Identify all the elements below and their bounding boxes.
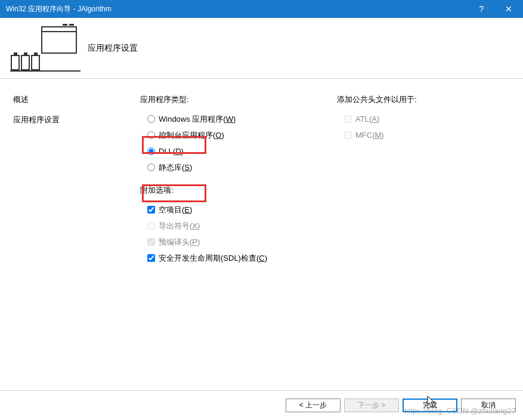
checkbox-sdl-check[interactable]	[147, 254, 155, 262]
svg-rect-9	[34, 52, 38, 55]
close-button[interactable]: ✕	[495, 0, 522, 18]
sidebar: 概述 应用程序设置	[0, 79, 140, 390]
checkbox-empty-project[interactable]	[147, 206, 155, 214]
radio-static-lib[interactable]	[147, 163, 155, 171]
label-atl: ATL(A)	[355, 115, 379, 123]
svg-rect-6	[21, 55, 29, 70]
option-export-symbols: 导出符号(X)	[140, 218, 337, 234]
banner-title: 应用程序设置	[88, 43, 138, 54]
svg-rect-1	[42, 27, 76, 32]
prev-button[interactable]: < 上一步	[286, 399, 341, 412]
svg-rect-3	[69, 24, 74, 26]
footer: < 上一步 下一步 > 完成 取消 https://blog. CSDN @zh…	[0, 390, 523, 420]
label-static-lib: 静态库(S)	[159, 162, 192, 173]
col-app-type: 应用程序类型: Windows 应用程序(W) 控制台应用程序(O) DLL(D…	[140, 94, 337, 390]
option-mfc: MFC(M)	[337, 127, 523, 143]
sidebar-item-app-settings[interactable]: 应用程序设置	[13, 115, 140, 125]
svg-rect-2	[63, 24, 67, 26]
label-dll: DLL(D)	[159, 147, 184, 156]
label-export-symbols: 导出符号(X)	[159, 221, 200, 231]
svg-rect-5	[14, 52, 17, 55]
radio-console-app[interactable]	[147, 131, 155, 139]
svg-rect-8	[32, 55, 39, 70]
banner: 应用程序设置	[0, 18, 523, 79]
label-precompiled: 预编译头(P)	[159, 237, 200, 248]
watermark: https://blog. CSDN @zhuliang27	[404, 406, 516, 415]
titlebar-text: Win32 应用程序向导 - JAlgorithm	[6, 4, 468, 14]
main: 应用程序类型: Windows 应用程序(W) 控制台应用程序(O) DLL(D…	[140, 79, 523, 390]
svg-rect-0	[42, 27, 76, 53]
label-sdl-check: 安全开发生命周期(SDL)检查(C)	[159, 253, 267, 264]
checkbox-mfc	[344, 131, 352, 139]
label-windows-app: Windows 应用程序(W)	[159, 114, 236, 125]
public-header-label: 添加公共头文件以用于:	[337, 94, 523, 105]
option-atl: ATL(A)	[337, 111, 523, 127]
titlebar: Win32 应用程序向导 - JAlgorithm ? ✕	[0, 0, 523, 18]
label-console-app: 控制台应用程序(O)	[159, 130, 224, 141]
option-precompiled: 预编译头(P)	[140, 234, 337, 250]
app-type-label: 应用程序类型:	[140, 94, 337, 105]
label-empty-project: 空项目(E)	[159, 205, 192, 215]
extra-options-label: 附加选项:	[140, 185, 337, 196]
option-console-app[interactable]: 控制台应用程序(O)	[140, 127, 337, 143]
checkbox-atl	[344, 115, 352, 123]
svg-rect-7	[24, 52, 27, 55]
option-dll[interactable]: DLL(D)	[140, 143, 337, 159]
option-windows-app[interactable]: Windows 应用程序(W)	[140, 111, 337, 127]
help-button[interactable]: ?	[468, 0, 495, 18]
option-sdl-check[interactable]: 安全开发生命周期(SDL)检查(C)	[140, 250, 337, 266]
radio-dll[interactable]	[147, 147, 155, 155]
body: 概述 应用程序设置 应用程序类型: Windows 应用程序(W) 控制台应用程…	[0, 79, 523, 390]
wizard-icon	[10, 24, 81, 73]
radio-windows-app[interactable]	[147, 115, 155, 123]
next-button: 下一步 >	[344, 399, 399, 412]
checkbox-export-symbols	[147, 222, 155, 230]
svg-rect-4	[11, 55, 19, 70]
option-static-lib[interactable]: 静态库(S)	[140, 159, 337, 175]
col-public-headers: 添加公共头文件以用于: ATL(A) MFC(M)	[337, 94, 523, 390]
sidebar-item-overview[interactable]: 概述	[13, 94, 140, 105]
label-mfc: MFC(M)	[355, 131, 384, 140]
option-empty-project[interactable]: 空项目(E)	[140, 202, 337, 218]
checkbox-precompiled	[147, 238, 155, 246]
